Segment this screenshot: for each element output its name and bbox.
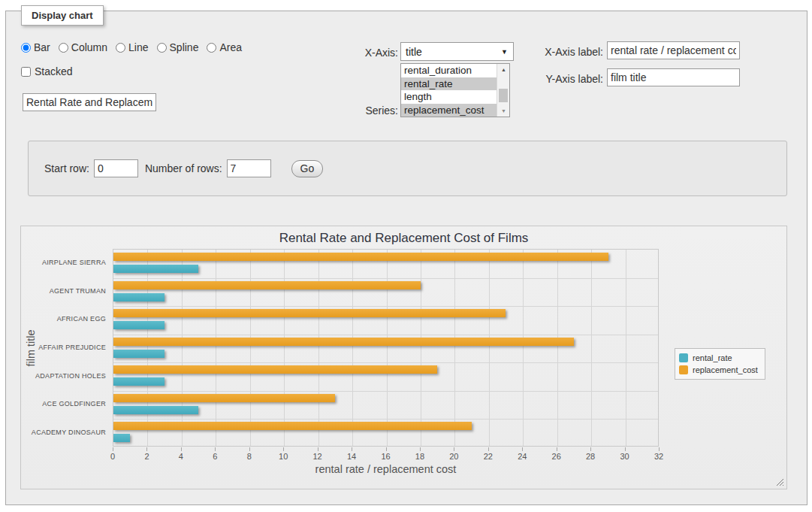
chart-type-label: Spline	[170, 41, 199, 53]
tick-mark	[318, 447, 318, 451]
bar-rental_rate[interactable]	[113, 321, 165, 329]
tick-mark	[590, 447, 591, 451]
gridline	[113, 335, 658, 335]
legend-label: rental_rate	[693, 353, 732, 362]
gridline	[489, 250, 490, 446]
bar-rental_rate[interactable]	[113, 293, 165, 301]
tick-mark	[352, 447, 352, 451]
y-axis-label-input[interactable]	[607, 68, 740, 86]
bar-replacement_cost[interactable]	[113, 253, 608, 261]
bar-rental_rate[interactable]	[113, 434, 130, 442]
x-tick-label: 12	[313, 452, 322, 461]
series-option-rental_duration[interactable]: rental_duration	[401, 64, 497, 77]
gridline	[284, 250, 285, 446]
series-scrollbar[interactable]: ▲ ▼	[497, 64, 509, 117]
stacked-checkbox[interactable]	[21, 67, 31, 77]
gridline	[216, 250, 216, 446]
chart-type-radio-line[interactable]	[116, 43, 125, 53]
resize-handle-icon[interactable]	[776, 478, 784, 486]
x-tick-label: 32	[654, 452, 663, 461]
tick-mark	[386, 447, 387, 451]
series-option-rental_rate[interactable]: rental_rate	[401, 77, 497, 91]
gridline	[113, 391, 658, 392]
chart-type-radio-area[interactable]	[207, 43, 216, 53]
series-listbox[interactable]: rental_durationrental_ratelengthreplacem…	[400, 63, 510, 117]
scroll-up-icon[interactable]: ▲	[497, 64, 510, 75]
legend-label: replacement_cost	[693, 365, 758, 374]
fieldset-legend: Display chart	[21, 5, 104, 26]
series-option-length[interactable]: length	[401, 90, 497, 104]
chart-type-radio-group: BarColumnLineSplineArea	[21, 41, 250, 53]
tick-mark	[283, 447, 284, 451]
chart-type-radio-spline[interactable]	[157, 43, 167, 53]
bar-rental_rate[interactable]	[113, 350, 165, 358]
go-button[interactable]: Go	[291, 160, 324, 177]
chart-type-option-bar: Bar	[21, 41, 50, 53]
scroll-down-icon[interactable]: ▼	[497, 105, 510, 117]
stacked-row: Stacked	[21, 65, 73, 77]
gridline	[523, 250, 524, 446]
legend-item-replacement_cost[interactable]: replacement_cost	[679, 364, 758, 376]
bar-replacement_cost[interactable]	[113, 338, 574, 346]
bar-replacement_cost[interactable]	[113, 281, 421, 289]
bar-replacement_cost[interactable]	[113, 422, 472, 430]
series-caption: Series:	[331, 105, 398, 117]
bar-rental_rate[interactable]	[113, 406, 198, 414]
tick-mark	[659, 447, 660, 451]
chart-container: Rental Rate and Replacement Cost of Film…	[20, 226, 787, 489]
series-option-replacement_cost[interactable]: replacement_cost	[401, 104, 497, 117]
scrollbar-thumb[interactable]	[499, 89, 508, 102]
gridline	[147, 250, 148, 446]
tick-mark	[625, 447, 626, 451]
category-label: AFFAIR PREJUDICE	[21, 344, 106, 352]
tick-mark	[146, 447, 147, 451]
tick-mark	[522, 447, 523, 451]
gridline	[557, 250, 558, 446]
x-tick-label: 4	[179, 452, 183, 461]
bar-replacement_cost[interactable]	[113, 309, 506, 317]
x-tick-label: 10	[279, 452, 288, 461]
num-rows-input[interactable]	[227, 159, 271, 177]
x-tick-label: 8	[247, 452, 252, 461]
chart-type-label: Bar	[34, 41, 50, 53]
x-tick-label: 2	[144, 452, 149, 461]
x-tick-label: 28	[586, 452, 595, 461]
y-axis-label-caption: Y-Axis label:	[533, 73, 603, 85]
bar-rental_rate[interactable]	[113, 265, 198, 273]
gridline	[421, 250, 421, 446]
chart-type-radio-column[interactable]	[59, 43, 68, 53]
x-axis-label-input[interactable]	[607, 41, 740, 59]
gridline	[387, 250, 388, 446]
x-tick-label: 30	[620, 452, 629, 461]
chart-legend: rental_ratereplacement_cost	[675, 348, 765, 380]
series-options: rental_durationrental_ratelengthreplacem…	[401, 64, 497, 117]
chart-title: Rental Rate and Replacement Cost of Film…	[21, 231, 786, 246]
x-tick-label: 18	[415, 452, 424, 461]
chart-title-input[interactable]	[23, 93, 156, 111]
gridline	[626, 250, 626, 446]
chart-type-option-area: Area	[207, 41, 242, 53]
chart-type-radio-bar[interactable]	[21, 43, 31, 53]
chart-type-option-line: Line	[116, 41, 148, 53]
x-tick-label: 6	[213, 452, 217, 461]
tick-mark	[215, 447, 216, 451]
bar-replacement_cost[interactable]	[113, 365, 437, 374]
x-axis-select[interactable]: title ▼	[400, 42, 514, 61]
gridline	[113, 362, 658, 363]
gridline	[113, 419, 658, 420]
gridline	[250, 250, 251, 446]
category-label: AIRPLANE SIERRA	[21, 259, 106, 267]
category-label: ACE GOLDFINGER	[21, 400, 106, 408]
bar-rental_rate[interactable]	[113, 377, 165, 386]
tick-mark	[557, 447, 557, 451]
chart-type-label: Line	[128, 41, 148, 53]
x-axis-selected-value: title	[406, 46, 422, 58]
tick-mark	[488, 447, 489, 451]
bar-replacement_cost[interactable]	[113, 394, 335, 402]
tick-mark	[454, 447, 454, 451]
tick-mark	[113, 447, 113, 451]
start-row-input[interactable]	[94, 159, 138, 177]
legend-item-rental_rate[interactable]: rental_rate	[679, 352, 758, 364]
category-label: ADAPTATION HOLES	[21, 372, 106, 380]
x-tick-label: 20	[449, 452, 458, 461]
